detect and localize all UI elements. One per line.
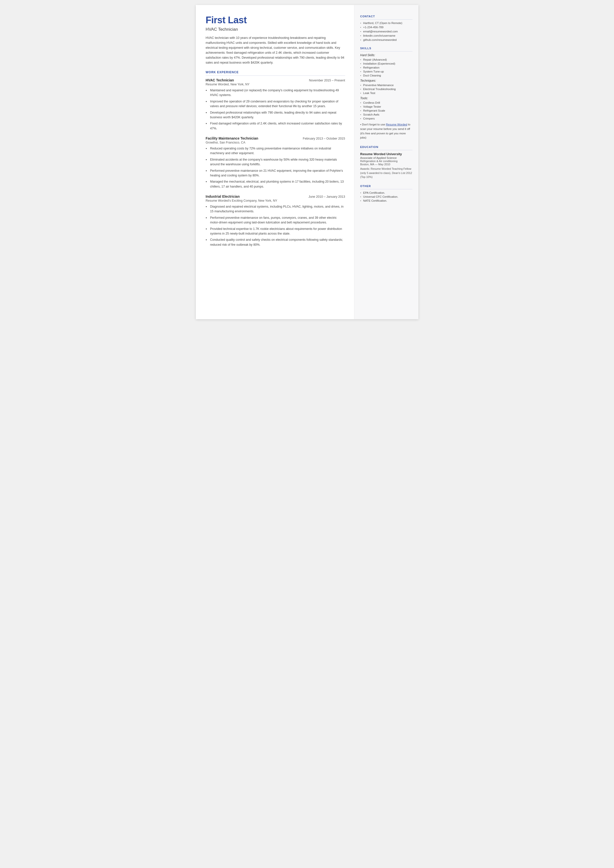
right-column: CONTACT Hartford, CT (Open to Remote)+1-…: [354, 5, 419, 319]
other-item: EPA Certification.: [360, 191, 412, 194]
contact-section: CONTACT Hartford, CT (Open to Remote)+1-…: [360, 15, 412, 41]
candidate-title: HVAC Technician: [206, 27, 345, 32]
left-column: First Last HVAC Technician HVAC technici…: [196, 5, 354, 319]
list-item: Eliminated accidents at the company's wa…: [206, 157, 345, 167]
job-header: HVAC TechnicianNovember 2015 – Present: [206, 78, 345, 82]
list-item: Reduced operating costs by 72% using pre…: [206, 146, 345, 156]
jobs-container: HVAC TechnicianNovember 2015 – PresentRe…: [206, 78, 345, 247]
education-section: EDUCATION Resume Worded University Assoc…: [360, 146, 412, 179]
contact-item: email@resumeworded.com: [360, 30, 412, 33]
skill-item: Refrigerant Scale: [360, 109, 412, 112]
candidate-name: First Last: [206, 15, 345, 25]
list-item: Performed preventive maintenance on fans…: [206, 216, 345, 225]
other-list: EPA Certification.Universal CFC Certific…: [360, 191, 412, 202]
list-item: Developed professional relationships wit…: [206, 110, 345, 120]
skills-list: Repair (Advanced)Installation (Experienc…: [360, 58, 412, 77]
skills-list: Preventive MaintenanceElectrical Trouble…: [360, 84, 412, 95]
job-dates: June 2010 – January 2013: [309, 195, 345, 199]
skills-section: SKILLS Hard Skills:Repair (Advanced)Inst…: [360, 47, 412, 140]
edu-location-date: Boston, MA — May 2010: [360, 163, 412, 166]
promo-intro: Don't forget to use: [362, 123, 386, 126]
contact-label: CONTACT: [360, 15, 412, 20]
edu-field: Refrigeration & Air conditioning: [360, 160, 412, 163]
list-item: Fixed damaged refrigeration units of 2.4…: [206, 121, 345, 131]
resume-worded-link[interactable]: Resume Worded: [386, 123, 407, 126]
list-item: Managed the mechanical, electrical, and …: [206, 179, 345, 189]
job-block: HVAC TechnicianNovember 2015 – PresentRe…: [206, 78, 345, 131]
other-item: NATE Certification.: [360, 199, 412, 202]
job-block: Industrial ElectricianJune 2010 – Januar…: [206, 194, 345, 247]
job-company: Resume Worded, New York, NY: [206, 83, 345, 86]
skill-item: Scratch Awls: [360, 113, 412, 116]
skills-category-label: Tools:: [360, 96, 412, 100]
summary-text: HVAC technician with 10 years of experie…: [206, 36, 345, 65]
skills-list: Cordless DrillVoltage TesterRefrigerant …: [360, 101, 412, 120]
skill-item: System Tune-up: [360, 70, 412, 73]
list-item: Maintained and repaired (or replaced) th…: [206, 88, 345, 98]
work-experience-label: WORK EXPERIENCE: [206, 70, 345, 76]
job-title-text: HVAC Technician: [206, 78, 234, 82]
skill-item: Voltage Tester: [360, 105, 412, 108]
skill-item: Duct Cleaning: [360, 74, 412, 77]
job-block: Facility Maintenance TechnicianFebruary …: [206, 136, 345, 189]
job-title-text: Industrial Electrician: [206, 194, 240, 199]
other-label: OTHER: [360, 185, 412, 189]
skill-item: Preventive Maintenance: [360, 84, 412, 87]
skills-container: Hard Skills:Repair (Advanced)Installatio…: [360, 53, 412, 120]
promo-text: • Don't forget to use Resume Worded to s…: [360, 123, 412, 140]
resume-page: First Last HVAC Technician HVAC technici…: [196, 5, 419, 319]
list-item: Provided technical expertise to 1.7K roo…: [206, 227, 345, 236]
other-item: Universal CFC Certification.: [360, 195, 412, 198]
skills-label: SKILLS: [360, 47, 412, 51]
list-item: Improved the operation of 29 condensers …: [206, 99, 345, 109]
list-item: Performed preventive maintenance on 21 H…: [206, 169, 345, 178]
contact-item: github.com/resumeworded: [360, 38, 412, 41]
skill-item: Cordless Drill: [360, 101, 412, 104]
skill-item: Electrical Troubleshooting: [360, 88, 412, 90]
edu-school: Resume Worded University: [360, 152, 412, 156]
contact-item: +1-234-456-789: [360, 26, 412, 29]
job-header: Industrial ElectricianJune 2010 – Januar…: [206, 194, 345, 199]
job-dates: November 2015 – Present: [309, 79, 345, 82]
list-item: Diagnosed and repaired electrical system…: [206, 204, 345, 214]
job-company: Resume Worded's Exciting Company, New Yo…: [206, 199, 345, 202]
skill-item: Installation (Experienced): [360, 62, 412, 65]
education-label: EDUCATION: [360, 146, 412, 150]
skill-item: Leak Test: [360, 92, 412, 95]
other-section: OTHER EPA Certification.Universal CFC Ce…: [360, 185, 412, 202]
list-item: Conducted quality control and safety che…: [206, 238, 345, 247]
job-company: Growthsi, San Francisco, CA: [206, 141, 345, 144]
job-bullets: Reduced operating costs by 72% using pre…: [206, 146, 345, 189]
contact-list: Hartford, CT (Open to Remote)+1-234-456-…: [360, 22, 412, 41]
job-bullets: Maintained and repaired (or replaced) th…: [206, 88, 345, 131]
job-bullets: Diagnosed and repaired electrical system…: [206, 204, 345, 247]
job-title-text: Facility Maintenance Technician: [206, 136, 258, 140]
skills-category-label: Hard Skills:: [360, 53, 412, 57]
contact-item: Hartford, CT (Open to Remote): [360, 22, 412, 25]
job-header: Facility Maintenance TechnicianFebruary …: [206, 136, 345, 140]
job-dates: February 2013 – October 2015: [303, 137, 345, 140]
skill-item: Repair (Advanced): [360, 58, 412, 61]
contact-item: linkedin.com/in/username: [360, 34, 412, 37]
skill-item: Refrigeration: [360, 66, 412, 69]
skills-category-label: Techniques:: [360, 79, 412, 82]
skill-item: Crimpers: [360, 117, 412, 120]
edu-awards: Awards: Resume Worded Teaching Fellow (o…: [360, 167, 412, 179]
edu-degree: Associate of Applied Science: [360, 156, 412, 159]
